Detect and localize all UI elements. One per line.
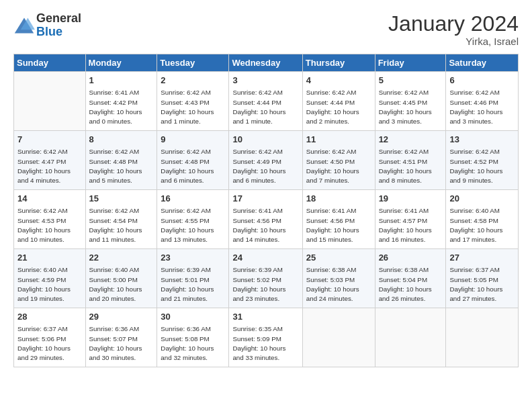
logo-text: General Blue xyxy=(36,12,81,39)
col-saturday: Saturday xyxy=(446,54,519,72)
location: Yirka, Israel xyxy=(388,36,519,47)
table-row: 28Sunrise: 6:37 AMSunset: 5:06 PMDayligh… xyxy=(14,308,86,367)
table-row: 27Sunrise: 6:37 AMSunset: 5:05 PMDayligh… xyxy=(446,249,519,308)
day-info: Sunrise: 6:41 AMSunset: 4:56 PMDaylight:… xyxy=(306,206,371,244)
header: General Blue January 2024 Yirka, Israel xyxy=(13,12,519,47)
calendar-week-row: 7Sunrise: 6:42 AMSunset: 4:47 PMDaylight… xyxy=(14,131,519,190)
table-row: 29Sunrise: 6:36 AMSunset: 5:07 PMDayligh… xyxy=(85,308,157,367)
day-info: Sunrise: 6:41 AMSunset: 4:56 PMDaylight:… xyxy=(232,206,298,244)
calendar-body: 1Sunrise: 6:41 AMSunset: 4:42 PMDaylight… xyxy=(14,72,519,367)
day-info: Sunrise: 6:42 AMSunset: 4:44 PMDaylight:… xyxy=(232,88,298,126)
day-info: Sunrise: 6:41 AMSunset: 4:42 PMDaylight:… xyxy=(89,88,154,126)
day-number: 26 xyxy=(379,252,443,264)
table-row: 14Sunrise: 6:42 AMSunset: 4:53 PMDayligh… xyxy=(14,190,86,249)
table-row: 26Sunrise: 6:38 AMSunset: 5:04 PMDayligh… xyxy=(375,249,446,308)
table-row: 2Sunrise: 6:42 AMSunset: 4:43 PMDaylight… xyxy=(157,72,229,131)
day-number: 4 xyxy=(306,75,371,87)
calendar-week-row: 14Sunrise: 6:42 AMSunset: 4:53 PMDayligh… xyxy=(14,190,519,249)
calendar-header: Sunday Monday Tuesday Wednesday Thursday… xyxy=(14,54,519,72)
day-number: 3 xyxy=(232,75,298,87)
table-row: 8Sunrise: 6:42 AMSunset: 4:48 PMDaylight… xyxy=(85,131,157,190)
day-number: 23 xyxy=(161,252,225,264)
col-friday: Friday xyxy=(375,54,446,72)
day-number: 14 xyxy=(17,193,82,205)
day-number: 18 xyxy=(306,193,371,205)
table-row: 15Sunrise: 6:42 AMSunset: 4:54 PMDayligh… xyxy=(85,190,157,249)
table-row: 5Sunrise: 6:42 AMSunset: 4:45 PMDaylight… xyxy=(375,72,446,131)
day-info: Sunrise: 6:40 AMSunset: 5:00 PMDaylight:… xyxy=(89,265,154,304)
day-number: 13 xyxy=(449,134,515,146)
day-info: Sunrise: 6:36 AMSunset: 5:07 PMDaylight:… xyxy=(89,324,154,363)
day-number: 16 xyxy=(161,193,225,205)
day-number: 6 xyxy=(449,75,515,87)
day-info: Sunrise: 6:42 AMSunset: 4:44 PMDaylight:… xyxy=(306,88,371,126)
table-row: 10Sunrise: 6:42 AMSunset: 4:49 PMDayligh… xyxy=(229,131,302,190)
day-number: 5 xyxy=(379,75,443,87)
day-number: 11 xyxy=(306,134,371,146)
table-row: 1Sunrise: 6:41 AMSunset: 4:42 PMDaylight… xyxy=(85,72,157,131)
table-row: 22Sunrise: 6:40 AMSunset: 5:00 PMDayligh… xyxy=(85,249,157,308)
day-info: Sunrise: 6:42 AMSunset: 4:43 PMDaylight:… xyxy=(161,88,225,126)
day-info: Sunrise: 6:42 AMSunset: 4:51 PMDaylight:… xyxy=(379,147,443,185)
day-info: Sunrise: 6:36 AMSunset: 5:08 PMDaylight:… xyxy=(161,324,225,363)
title-block: January 2024 Yirka, Israel xyxy=(388,12,519,47)
day-info: Sunrise: 6:38 AMSunset: 5:03 PMDaylight:… xyxy=(306,265,371,304)
day-number: 22 xyxy=(89,252,154,264)
table-row: 16Sunrise: 6:42 AMSunset: 4:55 PMDayligh… xyxy=(157,190,229,249)
day-info: Sunrise: 6:37 AMSunset: 5:05 PMDaylight:… xyxy=(449,265,515,304)
table-row: 24Sunrise: 6:39 AMSunset: 5:02 PMDayligh… xyxy=(229,249,302,308)
month-title: January 2024 xyxy=(388,12,519,36)
day-info: Sunrise: 6:40 AMSunset: 4:59 PMDaylight:… xyxy=(17,265,82,304)
page: General Blue January 2024 Yirka, Israel … xyxy=(0,0,532,411)
day-number: 24 xyxy=(232,252,298,264)
day-number: 21 xyxy=(17,252,82,264)
header-row: Sunday Monday Tuesday Wednesday Thursday… xyxy=(14,54,519,72)
calendar-table: Sunday Monday Tuesday Wednesday Thursday… xyxy=(13,54,519,367)
table-row: 18Sunrise: 6:41 AMSunset: 4:56 PMDayligh… xyxy=(302,190,375,249)
col-sunday: Sunday xyxy=(14,54,86,72)
table-row: 17Sunrise: 6:41 AMSunset: 4:56 PMDayligh… xyxy=(229,190,302,249)
day-info: Sunrise: 6:42 AMSunset: 4:47 PMDaylight:… xyxy=(17,147,82,185)
day-info: Sunrise: 6:38 AMSunset: 5:04 PMDaylight:… xyxy=(379,265,443,304)
calendar-week-row: 1Sunrise: 6:41 AMSunset: 4:42 PMDaylight… xyxy=(14,72,519,131)
day-number: 9 xyxy=(161,134,225,146)
day-number: 20 xyxy=(449,193,515,205)
day-info: Sunrise: 6:42 AMSunset: 4:54 PMDaylight:… xyxy=(89,206,154,244)
table-row xyxy=(375,308,446,367)
day-number: 7 xyxy=(17,134,82,146)
day-number: 29 xyxy=(89,311,154,323)
day-number: 28 xyxy=(17,311,82,323)
day-number: 2 xyxy=(161,75,225,87)
day-info: Sunrise: 6:42 AMSunset: 4:49 PMDaylight:… xyxy=(232,147,298,185)
day-number: 1 xyxy=(89,75,154,87)
table-row: 30Sunrise: 6:36 AMSunset: 5:08 PMDayligh… xyxy=(157,308,229,367)
day-info: Sunrise: 6:42 AMSunset: 4:48 PMDaylight:… xyxy=(89,147,154,185)
day-info: Sunrise: 6:42 AMSunset: 4:55 PMDaylight:… xyxy=(161,206,225,244)
day-number: 19 xyxy=(379,193,443,205)
day-info: Sunrise: 6:42 AMSunset: 4:48 PMDaylight:… xyxy=(161,147,225,185)
table-row: 20Sunrise: 6:40 AMSunset: 4:58 PMDayligh… xyxy=(446,190,519,249)
table-row xyxy=(302,308,375,367)
table-row: 4Sunrise: 6:42 AMSunset: 4:44 PMDaylight… xyxy=(302,72,375,131)
table-row: 9Sunrise: 6:42 AMSunset: 4:48 PMDaylight… xyxy=(157,131,229,190)
table-row: 6Sunrise: 6:42 AMSunset: 4:46 PMDaylight… xyxy=(446,72,519,131)
logo-blue-text: Blue xyxy=(36,25,62,38)
table-row: 31Sunrise: 6:35 AMSunset: 5:09 PMDayligh… xyxy=(229,308,302,367)
day-number: 25 xyxy=(306,252,371,264)
day-info: Sunrise: 6:39 AMSunset: 5:01 PMDaylight:… xyxy=(161,265,225,304)
logo-general-text: General xyxy=(36,11,81,25)
day-number: 31 xyxy=(232,311,298,323)
day-number: 17 xyxy=(232,193,298,205)
table-row xyxy=(446,308,519,367)
day-info: Sunrise: 6:39 AMSunset: 5:02 PMDaylight:… xyxy=(232,265,298,304)
day-info: Sunrise: 6:40 AMSunset: 4:58 PMDaylight:… xyxy=(449,206,515,244)
col-monday: Monday xyxy=(85,54,157,72)
calendar-week-row: 21Sunrise: 6:40 AMSunset: 4:59 PMDayligh… xyxy=(14,249,519,308)
day-info: Sunrise: 6:42 AMSunset: 4:52 PMDaylight:… xyxy=(449,147,515,185)
calendar-week-row: 28Sunrise: 6:37 AMSunset: 5:06 PMDayligh… xyxy=(14,308,519,367)
day-info: Sunrise: 6:42 AMSunset: 4:46 PMDaylight:… xyxy=(449,88,515,126)
day-info: Sunrise: 6:35 AMSunset: 5:09 PMDaylight:… xyxy=(232,324,298,363)
day-info: Sunrise: 6:42 AMSunset: 4:50 PMDaylight:… xyxy=(306,147,371,185)
table-row: 19Sunrise: 6:41 AMSunset: 4:57 PMDayligh… xyxy=(375,190,446,249)
table-row: 3Sunrise: 6:42 AMSunset: 4:44 PMDaylight… xyxy=(229,72,302,131)
